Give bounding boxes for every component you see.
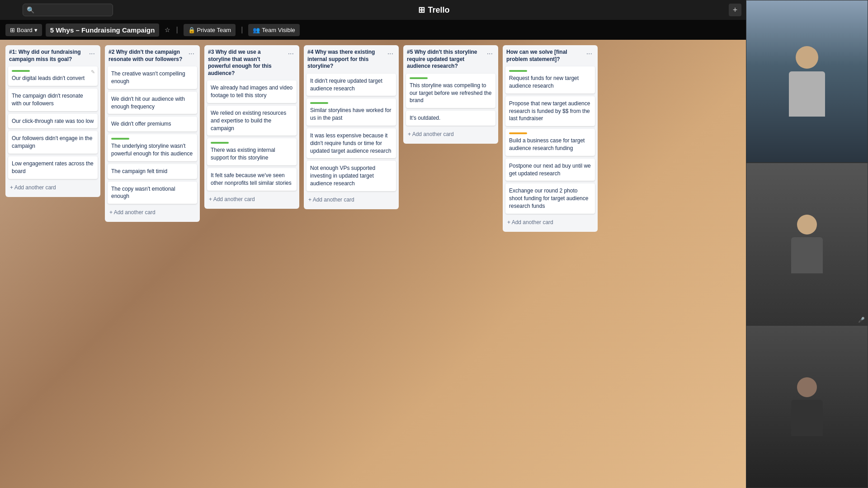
add-button[interactable]: + — [729, 4, 741, 16]
card-3-4[interactable]: It felt safe because we've seen other no… — [207, 168, 297, 191]
card-text: Propose that new target audience researc… — [509, 100, 591, 122]
search-bar[interactable]: 🔍 — [23, 4, 113, 16]
column-4-menu[interactable]: ··· — [386, 49, 395, 59]
card-6-2[interactable]: Propose that new target audience researc… — [505, 96, 595, 126]
lock-icon: 🔒 — [188, 27, 195, 33]
team-item[interactable]: 👥 Team Visible — [248, 24, 299, 36]
card-label — [211, 142, 229, 144]
card-4-3[interactable]: It was less expensive because it didn't … — [307, 128, 396, 158]
card-text: Our followers didn't engage in the campa… — [12, 135, 94, 150]
card-text: The creative wasn't compelling enough — [111, 70, 193, 85]
card-2-5[interactable]: The campaign felt timid — [108, 164, 197, 179]
add-card-btn-6[interactable]: + Add another card — [505, 216, 595, 228]
column-2-header: #2 Why didn't the campaign resonate with… — [108, 49, 197, 63]
add-card-btn-5[interactable]: + Add another card — [406, 128, 495, 140]
card-text: Our digital leads didn't convert — [12, 75, 94, 82]
divider-2: | — [241, 26, 243, 34]
column-5: #5 Why didn't this storyline require upd… — [403, 45, 498, 144]
card-3-1[interactable]: We already had images and video footage … — [207, 80, 297, 103]
nav-bar: ⊞ Board ▾ 5 Whys – Fundraising Campaign … — [0, 20, 868, 40]
card-1-1[interactable]: ✎Our digital leads didn't convert — [8, 66, 98, 86]
column-3-title: #3 Why did we use a storyline that wasn'… — [208, 49, 286, 77]
card-3-2[interactable]: We relied on existing resources and expe… — [207, 106, 297, 136]
column-5-title: #5 Why didn't this storyline require upd… — [407, 49, 485, 70]
column-4: #4 Why was there existing internal suppo… — [304, 45, 399, 209]
column-2-menu[interactable]: ··· — [187, 49, 196, 59]
card-text: We didn't hit our audience with enough f… — [111, 95, 193, 111]
card-4-4[interactable]: Not enough VPs supported investing in up… — [307, 161, 396, 191]
trello-icon: ⊞ — [418, 5, 425, 15]
card-6-4[interactable]: Postpone our next ad buy until we get up… — [505, 159, 595, 181]
video-cell-3 — [746, 325, 868, 488]
card-3-3[interactable]: There was existing internal support for … — [207, 138, 297, 165]
column-6: How can we solve [final problem statemen… — [503, 45, 598, 232]
column-1: #1: Why did our fundraising campaign mis… — [5, 45, 100, 197]
visibility-item[interactable]: 🔒 Private Team — [184, 24, 236, 36]
column-6-title: How can we solve [final problem statemen… — [506, 49, 585, 63]
card-2-4[interactable]: The underlying storyline wasn't powerful… — [108, 134, 197, 161]
card-text: We already had images and video footage … — [211, 84, 293, 99]
column-4-header: #4 Why was there existing internal suppo… — [307, 49, 396, 70]
column-1-menu[interactable]: ··· — [87, 49, 97, 59]
card-text: We relied on existing resources and expe… — [211, 109, 293, 132]
top-bar: 🔍 ⊞ Trello + — [0, 0, 868, 20]
card-4-1[interactable]: It didn't require updated target audienc… — [307, 74, 396, 96]
card-5-2[interactable]: It's outdated. — [406, 111, 495, 126]
card-label — [310, 102, 328, 104]
card-text: Low engagement rates across the board — [12, 160, 94, 175]
column-5-header: #5 Why didn't this storyline require upd… — [406, 49, 495, 70]
board-switcher[interactable]: ⊞ Board ▾ — [5, 24, 42, 36]
card-label — [410, 77, 428, 79]
card-1-4[interactable]: Our followers didn't engage in the campa… — [8, 131, 98, 154]
column-4-title: #4 Why was there existing internal suppo… — [307, 49, 386, 70]
card-text: The campaign didn't resonate with our fo… — [12, 92, 94, 108]
add-card-btn-1[interactable]: + Add another card — [8, 182, 98, 193]
card-label — [509, 132, 527, 134]
card-text: Postpone our next ad buy until we get up… — [509, 162, 591, 178]
card-1-2[interactable]: The campaign didn't resonate with our fo… — [8, 89, 98, 111]
column-1-header: #1: Why did our fundraising campaign mis… — [8, 49, 98, 63]
team-icon: 👥 — [253, 27, 260, 33]
card-1-3[interactable]: Our click-through rate was too low — [8, 114, 98, 129]
add-card-btn-4[interactable]: + Add another card — [307, 194, 396, 206]
card-1-5[interactable]: Low engagement rates across the board — [8, 156, 98, 179]
card-2-2[interactable]: We didn't hit our audience with enough f… — [108, 92, 197, 114]
card-6-5[interactable]: Exchange our round 2 photo shoot funding… — [505, 183, 595, 213]
card-text: Exchange our round 2 photo shoot funding… — [509, 187, 591, 210]
card-2-1[interactable]: The creative wasn't compelling enough — [108, 66, 197, 89]
chevron-down-icon: ▾ — [34, 27, 38, 33]
star-icon[interactable]: ☆ — [165, 26, 170, 33]
column-3: #3 Why did we use a storyline that wasn'… — [204, 45, 299, 209]
column-2: #2 Why didn't the campaign resonate with… — [105, 45, 200, 222]
search-icon: 🔍 — [27, 6, 34, 14]
video-cell-1 — [746, 0, 868, 163]
card-text: It's outdated. — [410, 114, 492, 122]
card-2-6[interactable]: The copy wasn't emotional enough — [108, 182, 197, 204]
mic-icon: 🎤 — [858, 317, 865, 323]
card-6-1[interactable]: Request funds for new target audience re… — [505, 66, 595, 94]
add-card-btn-2[interactable]: + Add another card — [108, 206, 197, 218]
column-5-menu[interactable]: ··· — [485, 49, 495, 59]
card-5-1[interactable]: This storyline was compelling to our tar… — [406, 74, 495, 108]
card-text: The copy wasn't emotional enough — [111, 185, 193, 201]
card-label — [111, 138, 129, 140]
column-3-menu[interactable]: ··· — [286, 49, 296, 59]
card-6-3[interactable]: Build a business case for target audienc… — [505, 129, 595, 156]
column-3-header: #3 Why did we use a storyline that wasn'… — [207, 49, 297, 77]
card-text: Request funds for new target audience re… — [509, 75, 591, 90]
edit-icon: ✎ — [91, 69, 95, 75]
add-card-btn-3[interactable]: + Add another card — [207, 193, 297, 205]
card-text: The campaign felt timid — [111, 168, 193, 175]
column-6-menu[interactable]: ··· — [585, 49, 594, 59]
card-text: It didn't require updated target audienc… — [310, 77, 392, 93]
board-area: #1: Why did our fundraising campaign mis… — [0, 40, 868, 488]
card-label — [12, 70, 30, 72]
video-person-1 — [746, 0, 868, 162]
card-text: Our click-through rate was too low — [12, 117, 94, 125]
column-2-title: #2 Why didn't the campaign resonate with… — [108, 49, 187, 63]
card-text: Similar storylines have worked for us in… — [310, 107, 392, 122]
card-text: This storyline was compelling to our tar… — [410, 82, 492, 104]
card-2-3[interactable]: We didn't offer premiums — [108, 117, 197, 131]
divider-1: | — [176, 26, 178, 34]
card-4-2[interactable]: Similar storylines have worked for us in… — [307, 99, 396, 126]
